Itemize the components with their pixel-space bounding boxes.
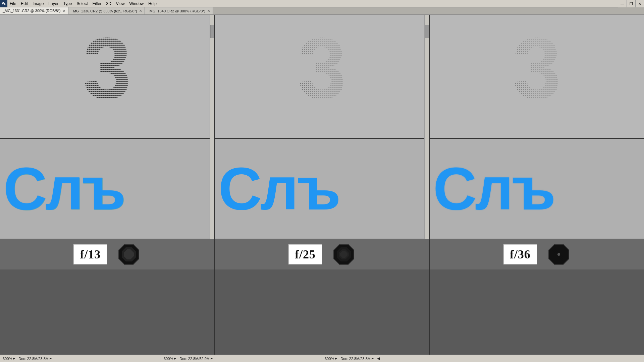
tabs-container: _MG_1331.CR2 @ 300% (RGB/8*) ✕ _MG_1336.… xyxy=(0,7,644,15)
panel-2-info: f/25 xyxy=(215,239,429,269)
tab-panel-1[interactable]: _MG_1331.CR2 @ 300% (RGB/8*) ✕ xyxy=(0,7,68,14)
aperture-shape-3 xyxy=(547,243,571,266)
panel-2: 3 Слъ f/25 xyxy=(215,15,430,362)
main-area: 3 Слъ f/13 3 xyxy=(0,15,644,362)
menu-view[interactable]: View xyxy=(114,1,127,7)
restore-button[interactable]: ❐ xyxy=(627,0,635,7)
panel-1-number[interactable]: 3 xyxy=(0,15,214,139)
window-controls: — ❐ ✕ xyxy=(618,0,644,7)
panel-3: 3 Слъ f/36 xyxy=(430,15,644,362)
panel-3-info: f/36 xyxy=(430,239,644,269)
close-button[interactable]: ✕ xyxy=(635,0,644,7)
menu-help[interactable]: Help xyxy=(146,1,159,7)
app-icon: Ps xyxy=(0,0,7,7)
tab-close-1[interactable]: ✕ xyxy=(63,9,65,13)
menu-edit[interactable]: Edit xyxy=(18,1,30,7)
status-zoom-3[interactable]: 300% ▶ Doc: 22.8M/23.8M ▶ ◀ xyxy=(322,355,483,362)
minimize-button[interactable]: — xyxy=(618,0,627,7)
menu-layer[interactable]: Layer xyxy=(46,1,61,7)
status-zoom-2[interactable]: 300% ▶ Doc: 22.8M/62.9M ▶ xyxy=(161,355,322,362)
menu-3d[interactable]: 3D xyxy=(104,1,113,7)
panel-3-number[interactable]: 3 xyxy=(430,15,644,139)
aperture-label-3: f/36 xyxy=(503,244,537,264)
status-arrow-1: ▶ xyxy=(13,357,15,360)
svg-point-12 xyxy=(557,253,560,256)
menu-filter[interactable]: Filter xyxy=(90,1,104,7)
cyrillic-text-panel-3: Слъ xyxy=(430,159,554,219)
zoom-value-2: 300% xyxy=(164,357,173,361)
tab-panel-3[interactable]: _MG_1340.CR2 @ 300% (RGB/8*) ✕ xyxy=(145,7,213,14)
menu-file[interactable]: File xyxy=(7,1,18,7)
scroll-indicator: ◀ xyxy=(377,356,380,361)
zoom-value-3: 300% xyxy=(325,357,334,361)
aperture-shape-1 xyxy=(117,243,141,266)
status-arrow-doc-3: ▶ xyxy=(372,357,374,360)
menu-window[interactable]: Window xyxy=(127,1,146,7)
number-3-panel-2: 3 xyxy=(298,18,346,118)
panel-2-number[interactable]: 3 xyxy=(215,15,429,139)
panels-container: 3 Слъ f/13 3 xyxy=(0,15,644,362)
panel-1-info: f/13 xyxy=(0,239,214,269)
status-bar: 300% ▶ Doc: 22.8M/23.8M ▶ 300% ▶ Doc: 22… xyxy=(0,355,644,362)
panel-3-cyrillic[interactable]: Слъ xyxy=(430,139,644,239)
aperture-label-2: f/25 xyxy=(288,244,322,264)
doc-size-3: Doc: 22.8M/23.8M xyxy=(340,357,371,361)
zoom-value-1: 300% xyxy=(3,357,12,361)
status-arrow-3: ▶ xyxy=(335,357,337,360)
doc-size-1: Doc: 22.8M/23.8M xyxy=(18,357,49,361)
panel-2-cyrillic[interactable]: Слъ xyxy=(215,139,429,239)
cyrillic-text-panel-1: Слъ xyxy=(0,159,124,219)
tab-title-2: _MG_1336.CR2 @ 300% (f/25, RGB/8*) xyxy=(71,9,137,13)
status-arrow-doc-2: ▶ xyxy=(211,357,213,360)
tab-title-1: _MG_1331.CR2 @ 300% (RGB/8*) xyxy=(3,9,61,13)
tab-close-3[interactable]: ✕ xyxy=(207,9,210,13)
menu-type[interactable]: Type xyxy=(61,1,74,7)
menu-select[interactable]: Select xyxy=(74,1,90,7)
menu-bar: Ps File Edit Image Layer Type Select Fil… xyxy=(0,0,644,7)
doc-size-2: Doc: 22.8M/62.9M xyxy=(179,357,210,361)
aperture-shape-2 xyxy=(332,243,356,266)
status-arrow-2: ▶ xyxy=(174,357,176,360)
status-arrow-doc-1: ▶ xyxy=(50,357,52,360)
scrollbar-vertical-2[interactable] xyxy=(424,15,429,239)
menu-image[interactable]: Image xyxy=(30,1,46,7)
scrollbar-vertical-1[interactable] xyxy=(210,15,214,239)
number-3-panel-1: 3 xyxy=(83,18,131,118)
number-3-panel-3: 3 xyxy=(513,18,561,118)
tab-panel-2[interactable]: _MG_1336.CR2 @ 300% (f/25, RGB/8*) ✕ xyxy=(68,7,145,14)
tab-title-3: _MG_1340.CR2 @ 300% (RGB/8*) xyxy=(148,9,206,13)
panel-1-cyrillic[interactable]: Слъ xyxy=(0,139,214,239)
panel-1: 3 Слъ f/13 xyxy=(0,15,215,362)
cyrillic-text-panel-2: Слъ xyxy=(215,159,339,219)
tab-close-2[interactable]: ✕ xyxy=(139,9,142,13)
aperture-label-1: f/13 xyxy=(73,244,107,264)
status-zoom-1[interactable]: 300% ▶ Doc: 22.8M/23.8M ▶ xyxy=(0,355,161,362)
